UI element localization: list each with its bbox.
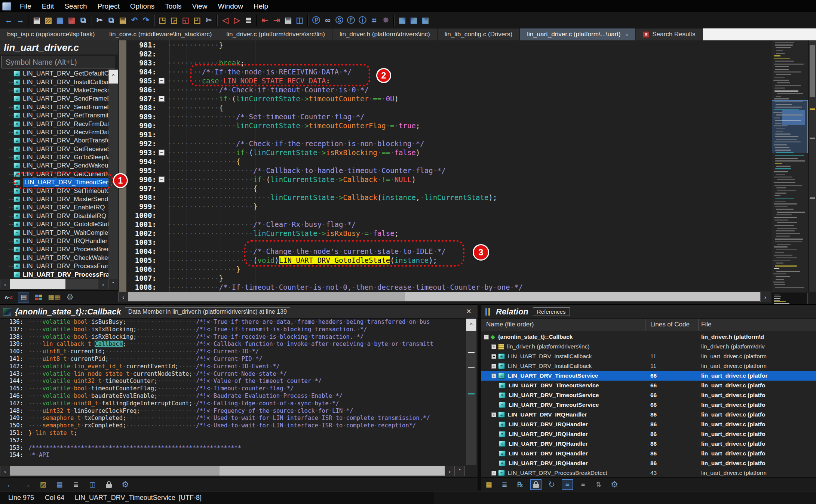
sidebar-item-lin_uart_drv_gettransmitstat[interactable]: ≡LIN_UART_DRV_GetTransmitStat — [0, 111, 108, 120]
editor-line-1007[interactable]: 1007:············} — [126, 274, 772, 283]
context-line-140[interactable]: 140:····uint8_t·currentId;··············… — [0, 348, 465, 356]
editor-line-992[interactable]: 992:················/*·Check·if·the·rece… — [126, 139, 772, 148]
editor-line-986[interactable]: 986:············/*·Check·if·timeout·Coun… — [126, 85, 772, 94]
relation-row-lin_uart_drv_irqhandler[interactable]: ≡LIN_UART_DRV_IRQHandler86lin_uart_drive… — [481, 458, 816, 468]
relation-mode-tab[interactable]: References — [533, 307, 570, 316]
context-line-141[interactable]: 141:····uint8_t·currentPid;·············… — [0, 356, 465, 363]
relation-row-lin_uart_drv_timeoutservice[interactable]: ≡LIN_UART_DRV_TimeoutService66lin_uart_d… — [481, 390, 816, 400]
minimap-viewport[interactable] — [772, 100, 808, 153]
unlink-icon[interactable]: ✂ — [203, 15, 215, 26]
scroll-track[interactable] — [128, 292, 760, 301]
scroll-left-icon[interactable]: ‹ — [118, 292, 128, 302]
context-line-150[interactable]: 150:····semaphore_t·rxCompleted;········… — [0, 422, 465, 430]
info-icon[interactable]: ⓘ — [357, 15, 368, 26]
menu-view[interactable]: View — [187, 1, 212, 12]
table-1-icon[interactable]: ▦ — [396, 15, 408, 26]
context-line-147[interactable]: 147:····volatile·uint8_t·fallingEdgeInte… — [0, 400, 465, 408]
doc-add-icon[interactable]: ◳ — [157, 15, 168, 26]
relation-link-icon[interactable]: ∞ — [322, 15, 334, 26]
sidebar-item-lin_uart_drv_disableirq[interactable]: ≡LIN_UART_DRV_DisableIRQ — [0, 212, 108, 220]
cut-icon[interactable]: ✂ — [94, 15, 105, 26]
close-icon[interactable]: × — [625, 31, 629, 38]
sidebar-item-lin_uart_drv_sendframedata[interactable]: ≡LIN_UART_DRV_SendFrameData — [0, 103, 108, 111]
scroll-right-icon[interactable]: › — [98, 279, 108, 289]
tab-search[interactable]: ≡Search Results — [636, 28, 703, 40]
view-outline-icon[interactable]: ≡ — [562, 479, 573, 490]
sidebar-item-lin_uart_drv_checkwakeupsi[interactable]: ≡LIN_UART_DRV_CheckWakeupSi — [0, 254, 108, 262]
context-vscrollbar[interactable]: ^ — [466, 319, 476, 465]
save-icon[interactable]: ▦ — [54, 15, 66, 26]
context-line-149[interactable]: 149:····semaphore_t·txCompleted;········… — [0, 415, 465, 422]
editor-line-990[interactable]: 990:················linCurrentState->tim… — [126, 121, 772, 130]
relation-row-lin_uart_drv_processbreakdetect[interactable]: +≡LIN_UART_DRV_ProcessBreakDetect43lin_u… — [481, 468, 816, 478]
back-icon[interactable]: ← — [3, 15, 15, 26]
table-2-icon[interactable]: ▦ — [408, 15, 420, 26]
collapse-icon[interactable]: − — [484, 335, 489, 339]
new-file-icon[interactable]: ▤ — [31, 15, 43, 26]
editor-line-996[interactable]: 996:−····················if·(linCurrentS… — [126, 175, 772, 184]
panel-window-icon[interactable]: ◫ — [294, 15, 306, 26]
editor-line-999[interactable]: 999:····················} — [126, 202, 772, 211]
sort-icon[interactable]: ⇅ — [593, 479, 604, 490]
editor-line-997[interactable]: 997:····················{ — [126, 184, 772, 193]
context-line-148[interactable]: 148:····uint32_t·linSourceClockFreq;····… — [0, 408, 465, 415]
relation-row-lin_uart_drv_timeoutservice[interactable]: ≡LIN_UART_DRV_TimeoutService66lin_uart_d… — [481, 381, 816, 390]
browse-files-icon[interactable]: Ⓕ — [345, 15, 357, 26]
expand-icon[interactable]: + — [491, 354, 496, 359]
scroll-left-icon[interactable]: ‹ — [0, 279, 10, 289]
paste-icon[interactable]: ▤ — [117, 15, 129, 26]
back-icon[interactable]: ← — [4, 479, 16, 490]
scroll-thumb[interactable] — [128, 292, 405, 301]
macro-icon[interactable]: ✵ — [380, 15, 392, 26]
lock-icon[interactable] — [103, 479, 114, 490]
scroll-right-icon[interactable]: › — [445, 466, 455, 476]
context-settings-gear-icon[interactable]: ⚙ — [120, 479, 131, 490]
relation-row-lin_driverhplatformdriversinc[interactable]: +lin_driver.h (platform\drivers\inc)lin_… — [481, 342, 816, 351]
relation-row-lin_uart_drv_timeoutservice[interactable]: +≡LIN_UART_DRV_TimeoutService66lin_uart_… — [481, 371, 816, 381]
expand-icon[interactable]: + — [491, 374, 496, 378]
sidebar-item-lin_uart_drv_processframe[interactable]: ≡LIN_UART_DRV_ProcessFrame — [0, 262, 108, 270]
sidebar-settings-gear-icon[interactable]: ⚙ — [64, 292, 76, 302]
fold-collapse-icon[interactable]: − — [159, 78, 165, 84]
editor-line-1001[interactable]: 1001:····················/*·Clear·Rx·bus… — [126, 220, 772, 229]
fold-collapse-icon[interactable]: − — [159, 176, 165, 182]
context-line-154[interactable]: 154:·*·API — [0, 452, 465, 459]
forward-icon[interactable]: → — [21, 479, 32, 490]
column-name[interactable]: Name (file order) — [486, 321, 534, 328]
context-line-146[interactable]: 146:····volatile·bool·baudrateEvalEnable… — [0, 393, 465, 400]
close-icon[interactable]: ✕ — [466, 307, 472, 316]
editor-line-987[interactable]: 987:−············if·(linCurrentState->ti… — [126, 94, 772, 103]
sidebar-item-lin_uart_drv_waitcomplete[interactable]: ≡LIN_UART_DRV_WaitComplete — [0, 228, 108, 237]
context-line-152[interactable]: 152: — [0, 437, 465, 445]
menu-help[interactable]: Help — [249, 1, 273, 12]
browse-docs-icon[interactable]: ▦▦ — [48, 292, 61, 302]
menu-project[interactable]: Project — [93, 1, 125, 12]
redo-icon[interactable]: ↷ — [140, 15, 152, 26]
jump-back-icon[interactable]: ⇤ — [259, 15, 271, 26]
compare-next-icon[interactable]: ▷ — [231, 15, 243, 26]
panel-mode-icon[interactable]: ▤ — [54, 479, 65, 490]
relation-row-lin_uart_drv_installcallback[interactable]: +≡LIN_UART_DRV_InstallCallback11lin_uart… — [481, 361, 816, 371]
editor-line-1002[interactable]: 1002:····················linCurrentState… — [126, 229, 772, 238]
undo-icon[interactable]: ↶ — [129, 15, 140, 26]
project-browser-icon[interactable]: Ⓟ — [310, 15, 322, 26]
scroll-track[interactable] — [10, 466, 445, 476]
relation-doc-icon[interactable]: ▦ — [483, 479, 494, 490]
tab-lin_lib_config.c[interactable]: lin_lib_config.c (Drivers) — [438, 28, 520, 40]
scroll-thumb[interactable] — [810, 45, 815, 97]
context-line-144[interactable]: 144:····volatile·uint32_t·timeoutCounter… — [0, 378, 465, 385]
context-code-view[interactable]: 136:····volatile·bool·isBusBusy;········… — [0, 319, 465, 464]
editor-minimap[interactable] — [772, 40, 808, 292]
column-lines-of-code[interactable]: Lines of Code — [650, 321, 690, 328]
sidebar-item-lin_uart_drv_getreceivestatu[interactable]: ≡LIN_UART_DRV_GetReceiveStatu — [0, 145, 108, 153]
relation-row-lin_uart_drv_irqhandler[interactable]: ≡LIN_UART_DRV_IRQHandler86lin_uart_drive… — [481, 439, 816, 449]
save-special-icon[interactable]: ▦ — [66, 15, 77, 26]
scroll-thumb[interactable] — [10, 279, 65, 289]
relation-row-lin_uart_drv_irqhandler[interactable]: ≡LIN_UART_DRV_IRQHandler86lin_uart_drive… — [481, 429, 816, 439]
clip-window-icon[interactable]: ▤ — [282, 15, 294, 26]
doc-view-icon[interactable]: ◰ — [191, 15, 203, 26]
jump-fwd-icon[interactable]: ⇥ — [271, 15, 282, 26]
fold-collapse-icon[interactable]: − — [159, 96, 165, 102]
context-line-137[interactable]: 137:····volatile·bool·isTxBlocking;·····… — [0, 326, 465, 334]
column-file[interactable]: File — [701, 321, 711, 328]
